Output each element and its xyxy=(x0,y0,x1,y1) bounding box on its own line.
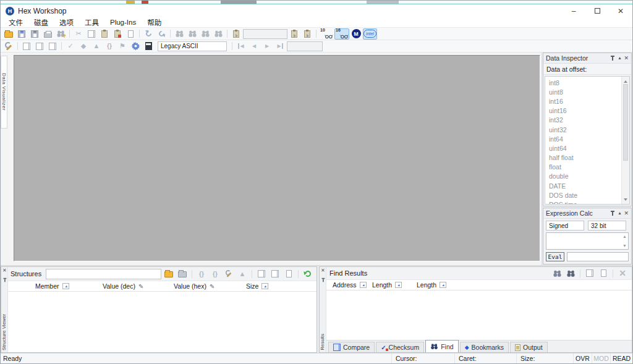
find-again-button[interactable] xyxy=(551,268,563,279)
tab-checksum[interactable]: ✓Checksum xyxy=(376,342,424,352)
column-header-size[interactable]: Size xyxy=(246,282,268,290)
next-bookmark-button[interactable]: ▶ xyxy=(261,41,273,52)
column-header-value-dec[interactable]: Value (dec)✎ xyxy=(103,282,174,290)
previous-bookmark-button[interactable]: ◀ xyxy=(248,41,260,52)
bookmark-button[interactable]: ◆ xyxy=(77,41,90,52)
open-file-button[interactable] xyxy=(2,28,15,40)
goto-backward-button[interactable] xyxy=(301,28,313,40)
scroll-up-icon[interactable] xyxy=(622,77,629,84)
list-item[interactable]: DOS date xyxy=(545,190,621,200)
upload-button[interactable]: ▲ xyxy=(90,41,103,52)
list-item[interactable]: DOS time xyxy=(545,200,621,204)
list-item[interactable]: float xyxy=(545,163,621,172)
scroll-down-icon[interactable]: ▼ xyxy=(622,243,627,248)
copy-button[interactable] xyxy=(85,28,98,40)
open-library-button[interactable] xyxy=(163,268,175,279)
column-header-member[interactable]: Member xyxy=(35,282,103,290)
column-header-length2[interactable]: Length xyxy=(417,281,446,289)
tools-button[interactable] xyxy=(2,41,15,52)
refresh-structures-button[interactable] xyxy=(302,268,314,279)
little-endian-toggle[interactable]: intel xyxy=(363,28,377,40)
find-forward-button[interactable] xyxy=(186,28,198,40)
list-item[interactable]: int8 xyxy=(545,78,621,87)
column-header-length1[interactable]: Length xyxy=(372,281,417,289)
delete-button[interactable] xyxy=(124,28,137,40)
list-item[interactable]: int64 xyxy=(545,134,621,143)
scrollbar-thumb[interactable] xyxy=(623,84,628,161)
menu-item-plugins[interactable]: Plug-Ins xyxy=(104,19,142,26)
collapse-icon[interactable]: ▴ xyxy=(618,56,621,61)
structure-viewer-tab[interactable]: Structure Viewer xyxy=(1,314,8,350)
menu-item-file[interactable]: 文件 xyxy=(3,17,28,27)
scroll-up-icon[interactable]: ▲ xyxy=(622,234,627,239)
column-header-address[interactable]: Address xyxy=(333,281,372,289)
copy-member-button[interactable] xyxy=(255,268,268,279)
list-item[interactable]: int16 xyxy=(545,96,621,106)
decimal-view-toggle[interactable]: 10 xyxy=(319,28,334,40)
paste-button[interactable] xyxy=(98,28,111,40)
list-item[interactable]: uint8 xyxy=(545,87,621,96)
replace-button[interactable] xyxy=(212,28,224,40)
cut-button[interactable]: ✂ xyxy=(72,28,85,40)
expression-input[interactable]: ▲ ▼ xyxy=(546,232,629,250)
last-bookmark-button[interactable]: ▶ xyxy=(274,41,286,52)
calculator-button[interactable] xyxy=(142,41,155,52)
goto-address-select[interactable] xyxy=(243,29,287,39)
first-bookmark-button[interactable]: ◀ xyxy=(235,41,247,52)
pin-icon[interactable] xyxy=(610,56,615,61)
save-as-button[interactable] xyxy=(15,28,28,40)
minimize-button[interactable]: – xyxy=(562,4,585,17)
flag-button[interactable]: ⚑ xyxy=(116,41,129,52)
menu-item-help[interactable]: 帮助 xyxy=(142,17,167,27)
copy-as-button[interactable] xyxy=(20,41,33,52)
column-header-value-hex[interactable]: Value (hex)✎ xyxy=(174,282,246,290)
close-panel-icon[interactable]: ✕ xyxy=(624,211,629,216)
tab-find[interactable]: Find xyxy=(425,340,458,352)
bookmark-select[interactable] xyxy=(287,41,323,51)
menu-item-disk[interactable]: 磁盘 xyxy=(28,17,54,27)
results-tab[interactable]: Results xyxy=(320,334,326,350)
view-structure-button[interactable]: {} xyxy=(195,268,208,279)
sign-select[interactable]: Signed xyxy=(546,221,584,231)
pin-icon[interactable] xyxy=(2,278,7,282)
eval-button[interactable]: Eval xyxy=(546,252,564,261)
list-item[interactable]: uint64 xyxy=(545,143,621,153)
edit-structure-button[interactable]: {} xyxy=(209,268,221,279)
status-ovr[interactable]: OVR xyxy=(573,353,592,363)
find-button[interactable] xyxy=(173,28,185,40)
pin-icon[interactable] xyxy=(321,278,325,282)
copy-row-button[interactable] xyxy=(269,268,281,279)
list-item[interactable]: int32 xyxy=(545,116,621,125)
clear-results-button[interactable]: ✕ xyxy=(616,268,629,279)
data-visualizer-tab[interactable]: Data Visualizer xyxy=(1,56,7,129)
list-item[interactable]: uint16 xyxy=(545,106,621,116)
new-library-button[interactable] xyxy=(176,268,189,279)
close-panel-icon[interactable]: ✕ xyxy=(624,56,629,61)
redo-button[interactable] xyxy=(155,28,168,40)
close-button[interactable]: ✕ xyxy=(609,4,632,17)
structure-options-button[interactable] xyxy=(223,268,235,279)
scroll-down-icon[interactable] xyxy=(622,197,629,204)
save-button[interactable] xyxy=(28,28,41,40)
menu-item-tools[interactable]: 工具 xyxy=(79,17,104,27)
eval-result-field[interactable] xyxy=(567,252,629,261)
big-endian-toggle[interactable]: M xyxy=(350,28,362,40)
copy-result-button[interactable] xyxy=(584,268,596,279)
bits-select[interactable]: 32 bit xyxy=(588,221,626,231)
remove-structure-button[interactable] xyxy=(283,268,295,279)
editor-canvas[interactable] xyxy=(14,55,540,261)
list-item[interactable]: half float xyxy=(545,153,621,163)
close-panel-icon[interactable]: ✕ xyxy=(2,268,7,273)
tab-bookmarks[interactable]: ◆Bookmarks xyxy=(460,342,509,352)
close-panel-icon[interactable]: ✕ xyxy=(321,268,325,273)
undo-button[interactable] xyxy=(142,28,155,40)
encoding-select[interactable]: Legacy ASCII xyxy=(158,41,227,51)
duplicate-button[interactable] xyxy=(46,41,59,52)
goto-forward-button[interactable] xyxy=(288,28,300,40)
status-read[interactable]: READ xyxy=(610,353,632,363)
apply-structure-button[interactable]: ▲ xyxy=(236,268,249,279)
scrollbar[interactable] xyxy=(621,77,629,204)
tab-compare[interactable]: Compare xyxy=(328,342,375,352)
print-button[interactable] xyxy=(41,28,54,40)
list-item[interactable]: double xyxy=(545,172,621,181)
